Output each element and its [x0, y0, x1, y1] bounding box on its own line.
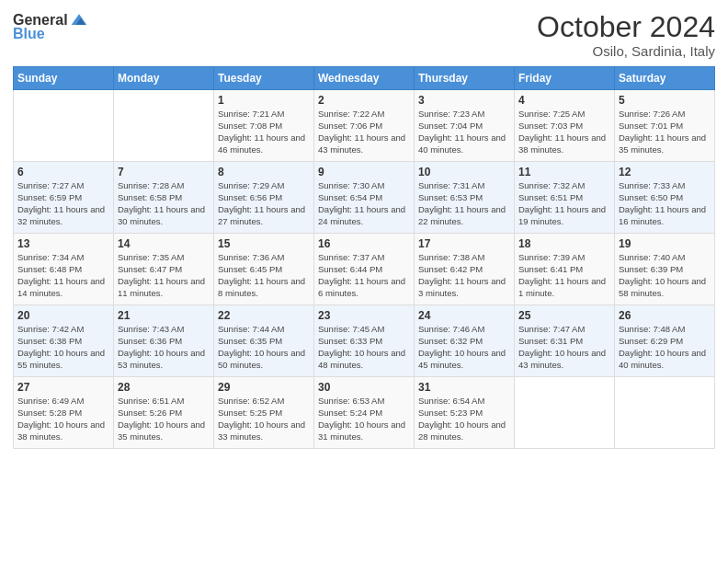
cell-content: Sunrise: 6:53 AM Sunset: 5:24 PM Dayligh… — [318, 396, 410, 442]
cell-content: Sunrise: 7:38 AM Sunset: 6:42 PM Dayligh… — [418, 252, 510, 299]
table-row: 2Sunrise: 7:22 AM Sunset: 7:06 PM Daylig… — [314, 90, 415, 162]
day-number: 20 — [17, 309, 109, 322]
cell-content: Sunrise: 7:23 AM Sunset: 7:04 PM Dayligh… — [418, 109, 510, 155]
table-row: 15Sunrise: 7:36 AM Sunset: 6:45 PM Dayli… — [214, 234, 314, 305]
cell-content: Sunrise: 7:26 AM Sunset: 7:01 PM Dayligh… — [619, 109, 711, 155]
cell-content: Sunrise: 7:46 AM Sunset: 6:32 PM Dayligh… — [418, 324, 510, 371]
cell-content: Sunrise: 7:31 AM Sunset: 6:53 PM Dayligh… — [418, 180, 510, 227]
cell-content: Sunrise: 7:21 AM Sunset: 7:08 PM Dayligh… — [218, 109, 310, 155]
cell-content: Sunrise: 7:35 AM Sunset: 6:47 PM Dayligh… — [118, 252, 210, 299]
table-row: 23Sunrise: 7:45 AM Sunset: 6:33 PM Dayli… — [314, 305, 415, 377]
day-number: 12 — [619, 166, 711, 178]
table-row: 11Sunrise: 7:32 AM Sunset: 6:51 PM Dayli… — [515, 162, 615, 234]
cell-content: Sunrise: 7:22 AM Sunset: 7:06 PM Dayligh… — [318, 109, 410, 155]
cell-content: Sunrise: 7:36 AM Sunset: 6:45 PM Dayligh… — [218, 252, 310, 299]
cell-content: Sunrise: 7:43 AM Sunset: 6:36 PM Dayligh… — [118, 324, 210, 371]
logo-blue: Blue — [13, 26, 45, 42]
header-row: Sunday Monday Tuesday Wednesday Thursday… — [14, 67, 715, 90]
table-row: 3Sunrise: 7:23 AM Sunset: 7:04 PM Daylig… — [415, 90, 515, 162]
table-row: 18Sunrise: 7:39 AM Sunset: 6:41 PM Dayli… — [515, 234, 615, 305]
title-block: October 2024 Osilo, Sardinia, Italy — [537, 11, 715, 59]
calendar-row: 27Sunrise: 6:49 AM Sunset: 5:28 PM Dayli… — [14, 377, 715, 449]
day-number: 5 — [619, 94, 711, 107]
cell-content: Sunrise: 7:39 AM Sunset: 6:41 PM Dayligh… — [518, 252, 610, 299]
cell-content: Sunrise: 7:25 AM Sunset: 7:03 PM Dayligh… — [518, 109, 610, 155]
table-row: 25Sunrise: 7:47 AM Sunset: 6:31 PM Dayli… — [515, 305, 615, 377]
cell-content: Sunrise: 7:42 AM Sunset: 6:38 PM Dayligh… — [17, 324, 109, 371]
logo-icon — [70, 11, 88, 29]
table-row: 26Sunrise: 7:48 AM Sunset: 6:29 PM Dayli… — [615, 305, 715, 377]
main-container: General Blue October 2024 Osilo, Sardini… — [0, 0, 728, 458]
cell-content: Sunrise: 7:29 AM Sunset: 6:56 PM Dayligh… — [218, 180, 310, 227]
day-number: 30 — [318, 381, 410, 394]
day-number: 23 — [318, 309, 410, 322]
day-number: 1 — [218, 94, 310, 107]
day-number: 27 — [17, 381, 109, 394]
cell-content: Sunrise: 7:34 AM Sunset: 6:48 PM Dayligh… — [17, 252, 109, 299]
table-row: 9Sunrise: 7:30 AM Sunset: 6:54 PM Daylig… — [314, 162, 415, 234]
col-tuesday: Tuesday — [214, 67, 314, 90]
table-row: 12Sunrise: 7:33 AM Sunset: 6:50 PM Dayli… — [615, 162, 715, 234]
cell-content: Sunrise: 6:54 AM Sunset: 5:23 PM Dayligh… — [418, 396, 510, 442]
col-saturday: Saturday — [615, 67, 715, 90]
table-row: 4Sunrise: 7:25 AM Sunset: 7:03 PM Daylig… — [515, 90, 615, 162]
day-number: 9 — [318, 166, 410, 178]
table-row: 22Sunrise: 7:44 AM Sunset: 6:35 PM Dayli… — [214, 305, 314, 377]
calendar-table: Sunday Monday Tuesday Wednesday Thursday… — [13, 66, 715, 449]
table-row: 19Sunrise: 7:40 AM Sunset: 6:39 PM Dayli… — [615, 234, 715, 305]
cell-content: Sunrise: 7:47 AM Sunset: 6:31 PM Dayligh… — [518, 324, 610, 371]
table-row: 14Sunrise: 7:35 AM Sunset: 6:47 PM Dayli… — [114, 234, 214, 305]
cell-content: Sunrise: 7:48 AM Sunset: 6:29 PM Dayligh… — [619, 324, 711, 371]
cell-content: Sunrise: 7:37 AM Sunset: 6:44 PM Dayligh… — [318, 252, 410, 299]
header: General Blue October 2024 Osilo, Sardini… — [13, 11, 715, 59]
table-row: 17Sunrise: 7:38 AM Sunset: 6:42 PM Dayli… — [415, 234, 515, 305]
table-row: 1Sunrise: 7:21 AM Sunset: 7:08 PM Daylig… — [214, 90, 314, 162]
cell-content: Sunrise: 6:51 AM Sunset: 5:26 PM Dayligh… — [118, 396, 210, 442]
table-row: 7Sunrise: 7:28 AM Sunset: 6:58 PM Daylig… — [114, 162, 214, 234]
day-number: 25 — [518, 309, 610, 322]
table-row: 13Sunrise: 7:34 AM Sunset: 6:48 PM Dayli… — [14, 234, 114, 305]
day-number: 11 — [518, 166, 610, 178]
cell-content: Sunrise: 7:44 AM Sunset: 6:35 PM Dayligh… — [218, 324, 310, 371]
cell-content: Sunrise: 7:30 AM Sunset: 6:54 PM Dayligh… — [318, 180, 410, 227]
day-number: 29 — [218, 381, 310, 394]
col-sunday: Sunday — [14, 67, 114, 90]
table-row — [114, 90, 214, 162]
calendar-row: 13Sunrise: 7:34 AM Sunset: 6:48 PM Dayli… — [14, 234, 715, 305]
day-number: 3 — [418, 94, 510, 107]
table-row — [615, 377, 715, 449]
location-title: Osilo, Sardinia, Italy — [537, 43, 715, 59]
day-number: 22 — [218, 309, 310, 322]
col-wednesday: Wednesday — [314, 67, 415, 90]
month-title: October 2024 — [537, 11, 715, 43]
table-row: 16Sunrise: 7:37 AM Sunset: 6:44 PM Dayli… — [314, 234, 415, 305]
day-number: 21 — [118, 309, 210, 322]
day-number: 17 — [418, 237, 510, 250]
table-row: 10Sunrise: 7:31 AM Sunset: 6:53 PM Dayli… — [415, 162, 515, 234]
cell-content: Sunrise: 7:40 AM Sunset: 6:39 PM Dayligh… — [619, 252, 711, 299]
day-number: 13 — [17, 237, 109, 250]
table-row — [14, 90, 114, 162]
day-number: 18 — [518, 237, 610, 250]
calendar-row: 6Sunrise: 7:27 AM Sunset: 6:59 PM Daylig… — [14, 162, 715, 234]
day-number: 19 — [619, 237, 711, 250]
cell-content: Sunrise: 7:32 AM Sunset: 6:51 PM Dayligh… — [518, 180, 610, 227]
day-number: 7 — [118, 166, 210, 178]
col-friday: Friday — [515, 67, 615, 90]
day-number: 26 — [619, 309, 711, 322]
day-number: 28 — [118, 381, 210, 394]
table-row: 20Sunrise: 7:42 AM Sunset: 6:38 PM Dayli… — [14, 305, 114, 377]
table-row: 8Sunrise: 7:29 AM Sunset: 6:56 PM Daylig… — [214, 162, 314, 234]
table-row: 5Sunrise: 7:26 AM Sunset: 7:01 PM Daylig… — [615, 90, 715, 162]
day-number: 31 — [418, 381, 510, 394]
cell-content: Sunrise: 7:45 AM Sunset: 6:33 PM Dayligh… — [318, 324, 410, 371]
day-number: 6 — [17, 166, 109, 178]
day-number: 2 — [318, 94, 410, 107]
calendar-row: 1Sunrise: 7:21 AM Sunset: 7:08 PM Daylig… — [14, 90, 715, 162]
day-number: 10 — [418, 166, 510, 178]
col-monday: Monday — [114, 67, 214, 90]
col-thursday: Thursday — [415, 67, 515, 90]
cell-content: Sunrise: 7:33 AM Sunset: 6:50 PM Dayligh… — [619, 180, 711, 227]
day-number: 24 — [418, 309, 510, 322]
day-number: 14 — [118, 237, 210, 250]
